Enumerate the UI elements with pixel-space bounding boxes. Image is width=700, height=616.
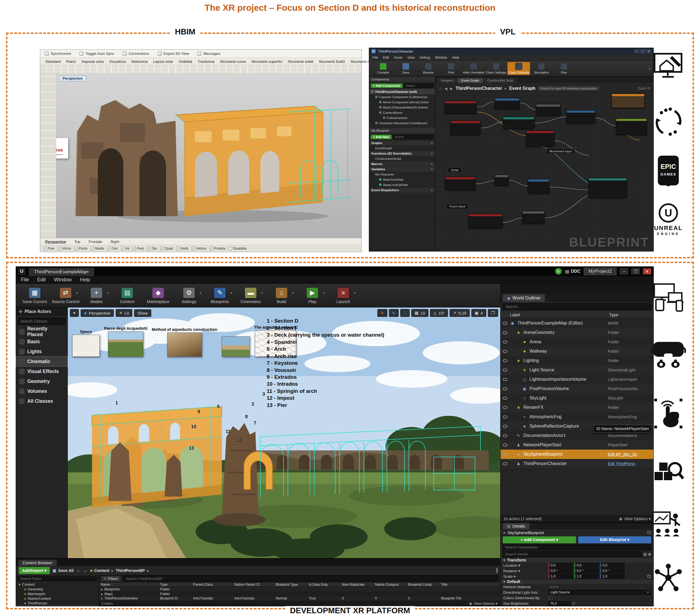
my-blueprint-item[interactable]: Event Dispatchers bbox=[369, 187, 435, 192]
outliner-actor-row[interactable]: Walkway Folder bbox=[501, 347, 653, 356]
place-actors-category[interactable]: Recently Placed bbox=[16, 327, 67, 337]
rotation-x-field[interactable]: 0,0 ° bbox=[549, 568, 573, 573]
place-actors-tab[interactable]: Place Actors bbox=[16, 307, 67, 316]
blueprint-toolbar-button[interactable]: Class Settings bbox=[485, 62, 508, 75]
viewport-perspective-button[interactable]: ◈Perspective bbox=[81, 310, 114, 317]
blueprint-comment-node[interactable] bbox=[612, 94, 645, 108]
component-tree-item[interactable]: Capsule Component (CollisionCyli bbox=[369, 94, 435, 99]
rhino-menu-item[interactable]: Imposta vista bbox=[79, 59, 107, 64]
graph-tab[interactable]: Construction Scrip bbox=[484, 78, 517, 83]
actor-type-label[interactable]: LightmassImport bbox=[608, 377, 652, 381]
rhino-menu-item[interactable]: Standard bbox=[43, 59, 63, 64]
checkbox-icon[interactable] bbox=[133, 247, 136, 250]
checkbox-icon[interactable] bbox=[108, 247, 111, 250]
blueprint-node[interactable] bbox=[536, 104, 560, 116]
ue-toolbar-button[interactable]: Play ▾ bbox=[298, 287, 327, 304]
rhino-viewport-tab[interactable]: Perspective bbox=[59, 75, 86, 81]
location-z-field[interactable]: 0,0 bbox=[600, 563, 625, 567]
graph-tab[interactable]: Viewport bbox=[437, 78, 457, 83]
blueprint-toolbar-button[interactable]: Class Defaults bbox=[508, 62, 530, 75]
actor-type-label[interactable]: Folder bbox=[608, 359, 652, 363]
viewport-show-button[interactable]: Show bbox=[134, 310, 151, 317]
scale-x-field[interactable]: 1,0 bbox=[549, 574, 573, 579]
dropdown-caret-icon[interactable]: ▾ bbox=[292, 291, 293, 295]
component-tree-item[interactable]: ThirdPersonCharacter (self) bbox=[369, 89, 435, 94]
visibility-eye-icon[interactable] bbox=[503, 378, 508, 381]
outliner-search-input[interactable] bbox=[503, 303, 651, 310]
transform-section-header[interactable]: Transform bbox=[501, 557, 653, 563]
place-actors-category[interactable]: Cinematic bbox=[16, 356, 67, 366]
checkbox-icon[interactable] bbox=[229, 247, 232, 250]
component-tree-item[interactable]: FollowCamera bbox=[369, 115, 435, 121]
world-outliner-tab[interactable]: World Outliner bbox=[503, 294, 545, 302]
maximize-icon[interactable]: □ bbox=[640, 49, 645, 53]
close-icon[interactable]: ✕ bbox=[643, 268, 651, 274]
visibility-eye-icon[interactable] bbox=[503, 406, 508, 409]
refresh-material-button[interactable] bbox=[549, 585, 560, 589]
osnap-toggle[interactable]: Nodo bbox=[176, 247, 188, 250]
osnap-toggle[interactable]: Cen bbox=[108, 247, 118, 250]
back-icon[interactable]: ◀ bbox=[445, 87, 447, 91]
content-folder-item[interactable]: Geometry bbox=[16, 587, 98, 591]
maximize-icon[interactable]: ❐ bbox=[632, 268, 640, 274]
place-actors-search-input[interactable] bbox=[18, 318, 65, 325]
blueprint-node[interactable] bbox=[445, 177, 475, 190]
breadcrumb-content[interactable]: Content bbox=[90, 568, 109, 573]
outliner-column-headers[interactable]: Label Type bbox=[501, 311, 653, 318]
blueprint-node[interactable] bbox=[528, 179, 549, 193]
visibility-eye-icon[interactable] bbox=[503, 443, 508, 447]
blueprint-toolbar-button[interactable]: Find bbox=[440, 62, 462, 75]
outliner-actor-row[interactable]: RenderFX Folder bbox=[501, 403, 653, 412]
outliner-actor-row[interactable]: ThirdPersonExampleMap (Editor) World bbox=[501, 318, 653, 328]
event-graph-canvas[interactable]: ViewportEvent GraphConstruction Scrip ☆ … bbox=[435, 77, 653, 251]
blueprint-node[interactable] bbox=[495, 98, 520, 109]
asset-row[interactable]: ThirdPersonOverviewBlueprint ClIntroTuto… bbox=[99, 596, 500, 601]
actor-type-label[interactable]: World bbox=[608, 321, 652, 325]
ue-toolbar-button[interactable]: Blueprints ▾ bbox=[205, 287, 234, 304]
forward-icon[interactable]: → bbox=[83, 568, 87, 573]
content-search-input[interactable] bbox=[123, 576, 498, 581]
ue-menu-item[interactable]: Edit bbox=[37, 277, 46, 282]
ue-menu-item[interactable]: Window bbox=[54, 277, 72, 282]
search-details-input[interactable] bbox=[503, 551, 641, 557]
toolbar-overflow-icon[interactable]: » bbox=[649, 66, 651, 71]
asset-row[interactable]: MapsFolder bbox=[99, 591, 500, 596]
outliner-actor-row[interactable]: LightmassImportanceVolume LightmassImpor… bbox=[501, 375, 653, 384]
place-actors-category[interactable]: Visual Effects bbox=[16, 366, 67, 376]
edit-blueprint-button[interactable]: Edit Blueprint ▾ bbox=[578, 536, 651, 543]
blueprint-menu-item[interactable]: File bbox=[373, 56, 378, 60]
viewport-maximize-icon[interactable]: ❐ bbox=[488, 309, 498, 317]
scale-lock-icon[interactable] bbox=[647, 575, 651, 578]
osnap-toggle[interactable]: Fine bbox=[43, 247, 54, 250]
my-blueprint-item[interactable]: ConstructionScript bbox=[369, 156, 435, 161]
visibility-eye-icon[interactable] bbox=[503, 369, 508, 372]
osnap-toggle[interactable]: Vertice bbox=[192, 247, 207, 250]
osnap-toggle[interactable]: Int bbox=[121, 247, 129, 250]
blueprint-node[interactable] bbox=[588, 178, 627, 198]
place-actors-category[interactable]: Lights bbox=[16, 347, 67, 356]
blueprint-node[interactable] bbox=[445, 101, 477, 113]
dropdown-caret-icon[interactable]: ▾ bbox=[261, 291, 263, 295]
visibility-eye-icon[interactable] bbox=[503, 340, 508, 343]
ue-toolbar-button[interactable]: Build ▾ bbox=[267, 287, 296, 304]
checkbox-icon[interactable] bbox=[74, 247, 78, 250]
rhino-side-toolbar[interactable] bbox=[40, 74, 56, 238]
asset-table-header[interactable]: NameTypeParent ClassNative Parent ClBlue… bbox=[99, 582, 500, 587]
blueprint-node[interactable] bbox=[526, 130, 554, 147]
location-y-field[interactable]: 0,0 bbox=[574, 563, 599, 567]
detail-filter-icons[interactable]: ▦ ◉ bbox=[643, 552, 651, 556]
graph-tab[interactable]: Event Graph bbox=[458, 78, 483, 83]
visibility-eye-icon[interactable] bbox=[503, 415, 508, 418]
osnap-toggle[interactable]: Perp bbox=[133, 247, 144, 250]
asset-row[interactable]: BlueprintsFolder bbox=[99, 587, 500, 591]
checkbox-icon[interactable] bbox=[210, 247, 213, 250]
component-tree-item[interactable]: Character Movement (CharMoveC bbox=[369, 121, 435, 126]
blueprint-menu-item[interactable]: Debug bbox=[420, 56, 430, 60]
scale-gizmo-icon[interactable]: ⛶ bbox=[400, 309, 410, 317]
add-component-button[interactable]: + Add Component bbox=[371, 84, 402, 88]
content-browser-tab[interactable]: Content Browser bbox=[18, 560, 57, 566]
rhino-view-tab[interactable]: Right bbox=[111, 240, 119, 244]
rhino-view-tab[interactable]: Frontale bbox=[89, 240, 102, 244]
checkbox-icon[interactable] bbox=[192, 247, 195, 250]
add-import-button[interactable]: Add/Import ▾ bbox=[19, 567, 50, 574]
